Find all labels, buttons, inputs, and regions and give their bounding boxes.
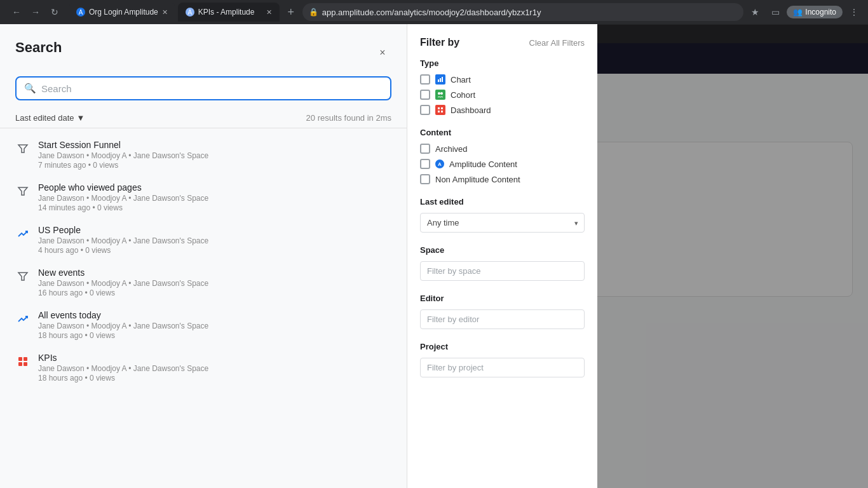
result-name-4: All events today — [38, 310, 391, 320]
result-meta-0: Jane Dawson • Moodjoy A • Jane Dawson's … — [38, 151, 391, 160]
svg-rect-14 — [18, 362, 22, 366]
result-item-2[interactable]: US People Jane Dawson • Moodjoy A • Jane… — [0, 219, 407, 261]
result-name-5: KPIs — [38, 353, 391, 363]
result-time-0: 7 minutes ago • 0 views — [38, 161, 391, 170]
result-info-4: All events today Jane Dawson • Moodjoy A… — [38, 310, 391, 340]
result-info-2: US People Jane Dawson • Moodjoy A • Jane… — [38, 225, 391, 255]
result-item-3[interactable]: New events Jane Dawson • Moodjoy A • Jan… — [0, 261, 407, 304]
incognito-label: Incognito — [805, 8, 836, 17]
filter-header: Filter by Clear All Filters — [420, 37, 585, 48]
tab-label-kpi: KPIs - Amplitude — [198, 8, 255, 17]
browser-chrome: ← → ↻ A Org Login Amplitude ✕ A KPIs - A… — [0, 0, 868, 24]
search-modal-header: Search × 🔍 — [0, 24, 407, 108]
last-edited-select-wrapper: Any time Last 7 days Last 30 days Last 9… — [420, 213, 585, 233]
result-name-2: US People — [38, 225, 391, 235]
overlay-close-area[interactable] — [407, 48, 868, 488]
dashboard-icon — [15, 354, 31, 369]
result-time-2: 4 hours ago • 0 views — [38, 246, 391, 255]
incognito-icon: 👥 — [793, 8, 803, 17]
result-meta-3: Jane Dawson • Moodjoy A • Jane Dawson's … — [38, 279, 391, 288]
search-results: Start Session Funnel Jane Dawson • Moodj… — [0, 128, 407, 488]
result-item-0[interactable]: Start Session Funnel Jane Dawson • Moodj… — [0, 133, 407, 176]
forward-button[interactable]: → — [27, 3, 44, 21]
result-info-1: People who viewed pages Jane Dawson • Mo… — [38, 182, 391, 212]
modal-title-row: Search × — [15, 39, 391, 66]
result-meta-4: Jane Dawson • Moodjoy A • Jane Dawson's … — [38, 322, 391, 330]
address-bar-container: 🔒 — [302, 3, 744, 21]
tab-favicon-org: A — [76, 8, 85, 17]
result-time-1: 14 minutes ago • 0 views — [38, 203, 391, 212]
split-screen-icon[interactable]: ▭ — [766, 3, 784, 21]
last-edited-select[interactable]: Any time Last 7 days Last 30 days Last 9… — [420, 213, 585, 233]
result-meta-2: Jane Dawson • Moodjoy A • Jane Dawson's … — [38, 236, 391, 245]
search-input[interactable] — [41, 83, 383, 94]
result-name-0: Start Session Funnel — [38, 140, 391, 150]
result-meta-5: Jane Dawson • Moodjoy A • Jane Dawson's … — [38, 364, 391, 373]
trending-icon — [15, 226, 31, 241]
tab-kpis[interactable]: A KPIs - Amplitude ✕ — [178, 3, 280, 22]
result-info-3: New events Jane Dawson • Moodjoy A • Jan… — [38, 268, 391, 297]
tab-org-login[interactable]: A Org Login Amplitude ✕ — [69, 3, 175, 22]
svg-marker-11 — [18, 273, 27, 280]
filter-panel-title: Filter by — [420, 37, 459, 48]
search-modal: Search × 🔍 Last edited date ▼ 20 results… — [0, 24, 407, 488]
nav-controls: ← → ↻ — [5, 3, 66, 21]
bookmark-star-icon[interactable]: ★ — [746, 3, 764, 21]
funnel-icon — [15, 141, 31, 156]
svg-rect-12 — [18, 357, 22, 361]
browser-actions: ★ ▭ 👥 Incognito ⋮ — [746, 3, 863, 21]
result-name-3: New events — [38, 268, 391, 278]
tab-label-org: Org Login Amplitude — [89, 8, 158, 17]
sort-button[interactable]: Last edited date ▼ — [15, 113, 85, 123]
search-input-container: 🔍 — [15, 76, 391, 100]
svg-marker-10 — [18, 187, 27, 195]
incognito-button[interactable]: 👥 Incognito — [787, 6, 843, 18]
result-item-1[interactable]: People who viewed pages Jane Dawson • Mo… — [0, 176, 407, 219]
search-overlay: Search × 🔍 Last edited date ▼ 20 results… — [0, 24, 868, 488]
result-item-5[interactable]: KPIs Jane Dawson • Moodjoy A • Jane Daws… — [0, 346, 407, 389]
search-icon: 🔍 — [24, 83, 36, 94]
results-count: 20 results found in 2ms — [306, 113, 391, 123]
funnel-icon — [15, 269, 31, 284]
tab-close-kpi[interactable]: ✕ — [266, 8, 272, 17]
result-time-4: 18 hours ago • 0 views — [38, 331, 391, 340]
sort-chevron-icon: ▼ — [77, 113, 85, 123]
new-tab-button[interactable]: + — [282, 3, 300, 21]
result-time-3: 16 hours ago • 0 views — [38, 288, 391, 297]
clear-filters-button[interactable]: Clear All Filters — [529, 38, 585, 48]
tab-favicon-kpi: A — [186, 8, 194, 17]
svg-rect-13 — [24, 357, 27, 361]
back-button[interactable]: ← — [8, 3, 25, 21]
result-time-5: 18 hours ago • 0 views — [38, 374, 391, 383]
result-info-5: KPIs Jane Dawson • Moodjoy A • Jane Daws… — [38, 353, 391, 383]
trending-icon — [15, 311, 31, 327]
address-bar[interactable] — [322, 8, 738, 17]
search-modal-title: Search — [15, 39, 62, 56]
tab-close-org[interactable]: ✕ — [162, 8, 168, 17]
lock-icon: 🔒 — [309, 8, 318, 17]
svg-rect-15 — [24, 362, 27, 366]
reload-button[interactable]: ↻ — [46, 3, 64, 21]
search-filters-bar: Last edited date ▼ 20 results found in 2… — [0, 108, 407, 128]
result-name-1: People who viewed pages — [38, 182, 391, 193]
result-info-0: Start Session Funnel Jane Dawson • Moodj… — [38, 140, 391, 170]
result-item-4[interactable]: All events today Jane Dawson • Moodjoy A… — [0, 304, 407, 346]
sort-label: Last edited date — [15, 113, 74, 123]
funnel-icon — [15, 184, 31, 199]
result-meta-1: Jane Dawson • Moodjoy A • Jane Dawson's … — [38, 194, 391, 203]
search-close-button[interactable]: × — [374, 44, 391, 62]
menu-icon[interactable]: ⋮ — [845, 3, 863, 21]
svg-marker-9 — [18, 145, 27, 152]
